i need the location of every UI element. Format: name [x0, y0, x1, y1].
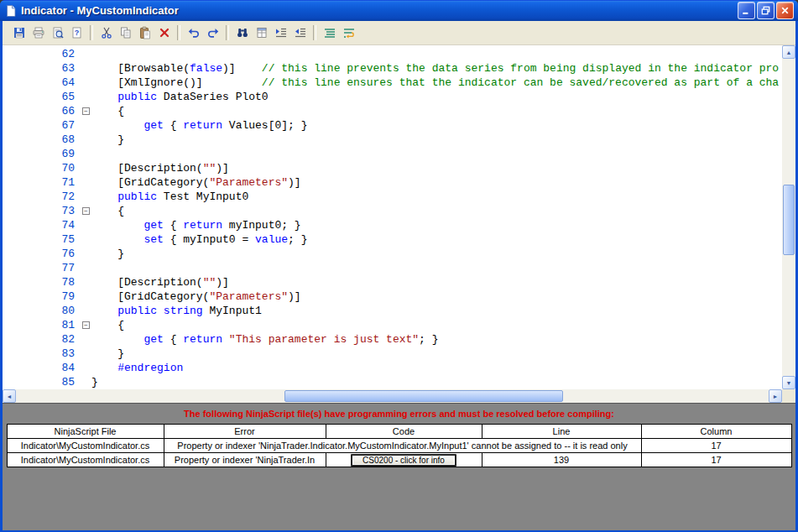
- fold-margin: [81, 247, 91, 261]
- find-next-icon: [255, 26, 269, 39]
- code-line[interactable]: 68 }: [3, 133, 782, 147]
- line-number: 77: [3, 261, 81, 275]
- print-preview-icon: [51, 26, 65, 39]
- restore-button[interactable]: [757, 2, 775, 19]
- error-code-button[interactable]: CS0200 - click for info: [351, 454, 456, 467]
- code-line[interactable]: 80 public string MyInput1: [3, 304, 782, 318]
- code-line[interactable]: 64 [XmlIgnore()] // this line ensures th…: [3, 76, 782, 90]
- code-line[interactable]: 73− {: [3, 204, 782, 218]
- code-line[interactable]: 67 get { return Values[0]; }: [3, 118, 782, 133]
- code-line[interactable]: 76 }: [3, 247, 782, 261]
- code-line[interactable]: 70 [Description("")]: [3, 161, 782, 175]
- delete-button[interactable]: [154, 23, 174, 42]
- code-line[interactable]: 65 public DataSeries Plot0: [3, 90, 782, 104]
- code-editor[interactable]: 6263 [Browsable(false)] // this line pre…: [3, 45, 795, 403]
- print-button[interactable]: [29, 23, 48, 42]
- minimize-button[interactable]: [738, 2, 755, 19]
- code-text: {: [91, 318, 782, 332]
- toolbar-separator: [177, 25, 180, 40]
- code-line[interactable]: 79 [GridCategory("Parameters")]: [3, 289, 782, 304]
- code-line[interactable]: 81− {: [3, 318, 782, 332]
- print-icon: [32, 26, 45, 39]
- vertical-scroll-track[interactable]: [782, 59, 795, 376]
- code-line[interactable]: 85}: [3, 375, 782, 389]
- scroll-down-button[interactable]: ▼: [782, 376, 795, 389]
- paste-button[interactable]: [135, 23, 154, 42]
- fold-margin: [81, 304, 91, 318]
- fold-margin: [81, 347, 91, 361]
- code-line[interactable]: 66− {: [3, 104, 782, 118]
- line-number: 83: [3, 347, 81, 361]
- code-line[interactable]: 83 }: [3, 347, 782, 361]
- redo-button[interactable]: [203, 23, 222, 42]
- horizontal-scroll-thumb[interactable]: [284, 390, 563, 402]
- indent-increase-button[interactable]: [271, 23, 290, 42]
- fold-margin: −: [81, 318, 91, 332]
- find-button[interactable]: [232, 23, 252, 42]
- fold-margin: [81, 118, 91, 133]
- fold-margin: −: [81, 204, 91, 218]
- horizontal-scrollbar[interactable]: ◄ ►: [3, 389, 782, 403]
- undo-button[interactable]: [184, 23, 203, 42]
- find-next-button[interactable]: [252, 23, 271, 42]
- scroll-up-button[interactable]: ▲: [782, 45, 795, 59]
- error-column-cell: 17: [641, 439, 791, 453]
- code-line[interactable]: 75 set { myInput0 = value; }: [3, 232, 782, 247]
- help-icon: ?: [70, 26, 84, 39]
- error-row[interactable]: Indicator\MyCustomIndicator.csProperty o…: [7, 453, 791, 467]
- horizontal-scroll-track[interactable]: [16, 389, 769, 403]
- toolbar-separator: [90, 25, 93, 40]
- code-line[interactable]: 78 [Description("")]: [3, 275, 782, 289]
- code-text: public DataSeries Plot0: [91, 90, 782, 104]
- line-number: 76: [3, 247, 81, 261]
- scroll-right-button[interactable]: ►: [769, 389, 782, 403]
- indent-decrease-button[interactable]: [290, 23, 310, 42]
- code-line[interactable]: 63 [Browsable(false)] // this line preve…: [3, 61, 782, 76]
- help-button[interactable]: ?: [67, 23, 86, 42]
- code-lines[interactable]: 6263 [Browsable(false)] // this line pre…: [3, 45, 782, 389]
- code-text: get { return "This parameter is just tex…: [91, 332, 782, 347]
- close-icon: [779, 4, 791, 17]
- line-number: 62: [3, 47, 81, 61]
- error-banner: The following NinjaScript file(s) have p…: [3, 409, 795, 419]
- code-line[interactable]: 69: [3, 147, 782, 161]
- cut-button[interactable]: [96, 23, 116, 42]
- save-button[interactable]: [9, 23, 29, 42]
- delete-icon: [158, 26, 171, 39]
- error-file-cell: Indicator\MyCustomIndicator.cs: [7, 453, 164, 467]
- outlining-button[interactable]: [320, 23, 339, 42]
- fold-collapse-icon[interactable]: −: [82, 107, 90, 115]
- error-line-cell: 139: [482, 453, 641, 467]
- scroll-left-button[interactable]: ◄: [3, 389, 16, 403]
- copy-button[interactable]: [116, 23, 135, 42]
- code-line[interactable]: 74 get { return myInput0; }: [3, 218, 782, 232]
- code-line[interactable]: 77: [3, 261, 782, 275]
- close-button[interactable]: [776, 2, 794, 19]
- word-wrap-button[interactable]: [339, 23, 358, 42]
- scrollbar-corner: [782, 389, 795, 403]
- code-line[interactable]: 84 #endregion: [3, 361, 782, 375]
- print-preview-button[interactable]: [48, 23, 67, 42]
- code-line[interactable]: 82 get { return "This parameter is just …: [3, 332, 782, 347]
- line-number: 71: [3, 175, 81, 190]
- fold-collapse-icon[interactable]: −: [82, 207, 90, 215]
- line-number: 81: [3, 318, 81, 332]
- code-line[interactable]: 62: [3, 47, 782, 61]
- vertical-scrollbar[interactable]: ▲ ▼: [782, 45, 795, 389]
- vertical-scroll-thumb[interactable]: [783, 185, 795, 255]
- error-file-cell: Indicator\MyCustomIndicator.cs: [7, 439, 164, 453]
- fold-margin: [81, 332, 91, 347]
- line-number: 82: [3, 332, 81, 347]
- line-number: 69: [3, 147, 81, 161]
- titlebar[interactable]: Indicator - MyCustomIndicator: [0, 0, 798, 21]
- code-line[interactable]: 72 public Test MyInput0: [3, 190, 782, 204]
- error-panel: The following NinjaScript file(s) have p…: [3, 403, 795, 530]
- error-table-header: Error: [164, 425, 326, 439]
- code-line[interactable]: 71 [GridCategory("Parameters")]: [3, 175, 782, 190]
- fold-margin: [81, 232, 91, 247]
- app-window: Indicator - MyCustomIndicator ? 6263 [Br…: [0, 0, 798, 532]
- fold-collapse-icon[interactable]: −: [82, 321, 90, 329]
- code-text: #endregion: [91, 361, 782, 375]
- error-row[interactable]: Indicator\MyCustomIndicator.csProperty o…: [7, 439, 791, 453]
- line-number: 70: [3, 161, 81, 175]
